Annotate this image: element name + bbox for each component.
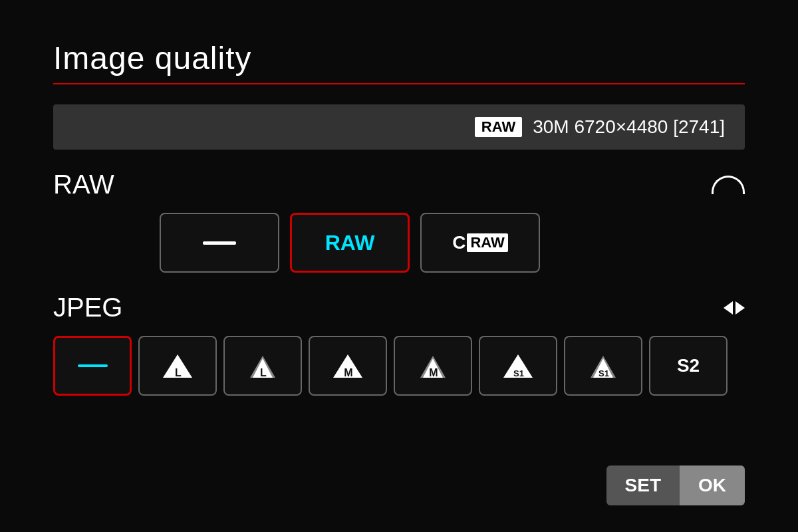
- jpeg-medium-fine-icon: M: [330, 348, 366, 384]
- svg-text:S1: S1: [513, 368, 524, 378]
- jpeg-large-normal-button[interactable]: L: [223, 336, 302, 396]
- svg-text:M: M: [344, 367, 352, 378]
- raw-label: RAW: [325, 231, 375, 255]
- dash-indicator: [203, 241, 236, 245]
- bottom-bar: SET OK: [606, 466, 745, 505]
- jpeg-dash-indicator: [78, 364, 108, 367]
- jpeg-s2-label: S2: [677, 355, 700, 376]
- jpeg-large-fine-button[interactable]: L: [138, 336, 217, 396]
- jpeg-small1-fine-icon: S1: [500, 348, 537, 384]
- jpeg-section-title: JPEG: [53, 293, 122, 323]
- jpeg-small1-fine-button[interactable]: S1: [479, 336, 557, 396]
- raw-section-header: RAW: [53, 170, 745, 200]
- title-divider: [53, 83, 745, 84]
- raw-craw-button[interactable]: C RAW: [420, 213, 540, 273]
- jpeg-s2-button[interactable]: S2: [649, 336, 728, 396]
- jpeg-large-fine-icon: L: [160, 348, 196, 384]
- jpeg-buttons-row: L L M: [53, 336, 745, 396]
- jpeg-none-button[interactable]: [53, 336, 132, 396]
- set-button[interactable]: SET: [606, 466, 680, 505]
- raw-none-button[interactable]: [160, 213, 279, 273]
- raw-raw-button[interactable]: RAW: [290, 213, 410, 273]
- craw-raw-label: RAW: [467, 233, 507, 252]
- jpeg-section: JPEG L: [53, 293, 745, 396]
- raw-buttons-row: RAW C RAW: [53, 213, 745, 273]
- jpeg-medium-normal-icon: M: [415, 348, 452, 384]
- svg-text:L: L: [175, 367, 182, 378]
- page-title: Image quality: [53, 40, 745, 76]
- ok-button[interactable]: OK: [680, 466, 745, 505]
- jpeg-medium-fine-button[interactable]: M: [309, 336, 387, 396]
- raw-badge: RAW: [475, 117, 522, 137]
- arrow-right-icon: [735, 301, 745, 315]
- info-text: 30M 6720×4480 [2741]: [533, 116, 725, 138]
- svg-text:M: M: [429, 367, 438, 378]
- svg-text:L: L: [260, 367, 267, 378]
- svg-text:S1: S1: [598, 368, 609, 378]
- craw-c-label: C: [452, 232, 466, 253]
- jpeg-large-normal-icon: L: [245, 348, 281, 384]
- jpeg-medium-normal-button[interactable]: M: [394, 336, 472, 396]
- jpeg-small1-normal-icon: S1: [585, 348, 622, 384]
- arrows-icon: [724, 295, 745, 320]
- jpeg-small1-normal-button[interactable]: S1: [564, 336, 642, 396]
- raw-section-title: RAW: [53, 170, 114, 200]
- dial-icon: [712, 176, 745, 194]
- info-bar-content: RAW 30M 6720×4480 [2741]: [475, 116, 725, 138]
- arrow-left-icon: [724, 301, 733, 315]
- jpeg-section-header: JPEG: [53, 293, 745, 323]
- screen: Image quality RAW 30M 6720×4480 [2741] R…: [0, 0, 798, 532]
- info-bar: RAW 30M 6720×4480 [2741]: [53, 104, 745, 150]
- raw-section: RAW RAW C RAW: [53, 170, 745, 273]
